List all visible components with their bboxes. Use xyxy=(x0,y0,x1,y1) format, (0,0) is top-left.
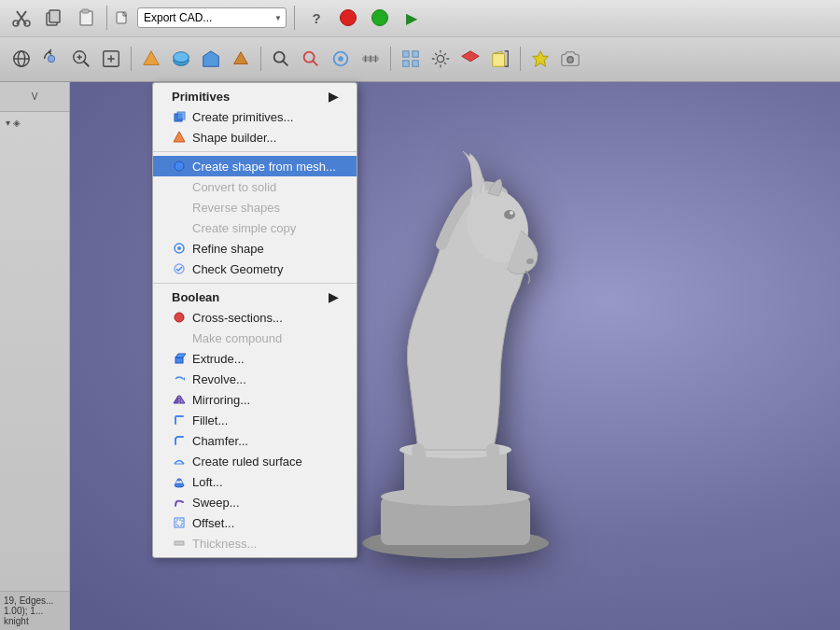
rotate-icon[interactable] xyxy=(37,45,65,73)
menu-item-check-geometry[interactable]: Check Geometry xyxy=(153,259,357,279)
menu-section-boolean: Boolean ▶ xyxy=(153,287,357,307)
menu-item-loft[interactable]: Loft... xyxy=(153,471,357,492)
svg-marker-55 xyxy=(174,396,178,403)
svg-rect-30 xyxy=(403,61,409,66)
svg-rect-60 xyxy=(176,520,182,525)
menu-item-thickness[interactable]: Thickness... xyxy=(153,533,357,553)
play-button[interactable] xyxy=(366,4,394,32)
layers-icon[interactable] xyxy=(456,45,484,73)
filter-icon[interactable] xyxy=(297,45,325,73)
menu-section-primitives: Primitives ▶ xyxy=(153,87,357,106)
sep3 xyxy=(131,47,132,71)
mirroring-label: Mirroring... xyxy=(192,393,250,407)
svg-point-58 xyxy=(175,483,184,487)
left-panel: V ▾ ◈ 19, Edges... 1.00); 1... knight xyxy=(0,82,70,630)
camera-icon[interactable] xyxy=(556,45,584,73)
zoom-fit-icon[interactable] xyxy=(97,45,125,73)
snap-icon[interactable] xyxy=(327,45,355,73)
menu-item-chamfer[interactable]: Chamfer... xyxy=(153,430,357,451)
refine-shape-label: Refine shape xyxy=(192,242,264,256)
svg-rect-53 xyxy=(175,357,183,363)
export-icon[interactable] xyxy=(486,45,514,73)
chamfer-icon xyxy=(172,433,187,448)
mesh-icon[interactable] xyxy=(137,45,165,73)
menu-sep-1 xyxy=(153,151,357,152)
svg-point-17 xyxy=(174,52,189,63)
create-simple-copy-label: Create simple copy xyxy=(192,221,296,235)
toolbar: Export CAD... ? ▶ xyxy=(0,0,840,82)
make-compound-icon xyxy=(172,330,187,345)
svg-point-18 xyxy=(274,52,285,63)
left-panel-toolbar: V xyxy=(0,82,69,112)
settings-icon[interactable] xyxy=(427,45,455,73)
zoom-in-icon[interactable] xyxy=(67,45,95,73)
menu-sep-2 xyxy=(153,283,357,284)
toolbar-row1: Export CAD... ? ▶ xyxy=(0,0,840,37)
loft-label: Loft... xyxy=(192,475,223,489)
svg-point-48 xyxy=(175,161,184,171)
copy-icon[interactable] xyxy=(39,4,67,32)
menu-item-revolve[interactable]: Revolve... xyxy=(153,369,357,389)
shape-builder-icon xyxy=(172,130,187,145)
paste-icon[interactable] xyxy=(71,4,99,32)
extrude-label: Extrude... xyxy=(192,352,245,366)
measure-icon[interactable] xyxy=(357,45,385,73)
svg-rect-3 xyxy=(49,10,60,22)
help-icon[interactable]: ? xyxy=(302,4,330,32)
surface-icon[interactable] xyxy=(167,45,195,73)
reverse-shapes-label: Reverse shapes xyxy=(192,201,280,215)
fillet-icon xyxy=(172,413,187,427)
orbit-icon[interactable] xyxy=(7,45,35,73)
menu-item-create-shape-from-mesh[interactable]: Create shape from mesh... xyxy=(153,156,357,176)
tree-item[interactable]: ▾ ◈ xyxy=(2,116,67,130)
toolbar-row2 xyxy=(0,37,840,81)
menu-item-refine-shape[interactable]: Refine shape xyxy=(153,238,357,259)
dropdown-menu: Primitives ▶ Create primitives... Shape … xyxy=(152,82,357,558)
menu-item-mirroring[interactable]: Mirroring... xyxy=(153,389,357,410)
status-line-3: knight xyxy=(4,616,65,626)
menu-item-reverse-shapes: Reverse shapes xyxy=(153,197,357,217)
create-primitives-icon xyxy=(172,109,187,124)
create-shape-label: Create shape from mesh... xyxy=(192,160,336,174)
cut-icon[interactable] xyxy=(7,4,35,32)
svg-marker-57 xyxy=(180,396,185,403)
menu-item-cross-sections[interactable]: Cross-sections... xyxy=(153,307,357,328)
model-tree[interactable]: ▾ ◈ xyxy=(0,112,69,591)
solid-icon[interactable] xyxy=(197,45,225,73)
run-button[interactable]: ▶ xyxy=(398,4,426,32)
svg-point-50 xyxy=(177,246,181,250)
svg-point-10 xyxy=(48,56,54,63)
arrow-up-icon[interactable] xyxy=(227,45,255,73)
menu-item-create-ruled-surface[interactable]: Create ruled surface xyxy=(153,451,357,471)
mirroring-icon xyxy=(172,392,187,407)
export-cad-select[interactable]: Export CAD... xyxy=(137,7,287,28)
grid-icon[interactable] xyxy=(397,45,425,73)
menu-item-sweep[interactable]: Sweep... xyxy=(153,492,357,512)
menu-item-create-primitives[interactable]: Create primitives... xyxy=(153,106,357,127)
menu-item-shape-builder[interactable]: Shape builder... xyxy=(153,127,357,147)
annotation-icon[interactable] xyxy=(526,45,554,73)
menu-item-extrude[interactable]: Extrude... xyxy=(153,348,357,369)
create-ruled-surface-label: Create ruled surface xyxy=(192,455,302,469)
svg-rect-33 xyxy=(493,54,505,67)
menu-item-convert-to-solid: Convert to solid xyxy=(153,176,357,197)
menu-item-fillet[interactable]: Fillet... xyxy=(153,410,357,430)
export-cad-wrapper[interactable]: Export CAD... xyxy=(137,7,287,28)
svg-line-21 xyxy=(313,62,317,66)
sep2 xyxy=(294,6,295,30)
svg-point-42 xyxy=(504,210,515,219)
refine-shape-icon xyxy=(172,241,187,256)
record-button[interactable] xyxy=(334,4,362,32)
menu-item-offset[interactable]: Offset... xyxy=(153,512,357,533)
create-shape-icon xyxy=(172,159,187,174)
export-cad-icon xyxy=(115,10,130,25)
status-line-2: 1.00); 1... xyxy=(4,606,65,616)
extrude-icon xyxy=(172,351,187,366)
revolve-icon xyxy=(172,371,187,386)
thickness-icon xyxy=(172,536,187,551)
svg-rect-62 xyxy=(175,541,184,545)
svg-line-14 xyxy=(84,62,90,67)
search-icon[interactable] xyxy=(267,45,295,73)
revolve-label: Revolve... xyxy=(192,372,246,386)
svg-point-20 xyxy=(304,52,315,63)
